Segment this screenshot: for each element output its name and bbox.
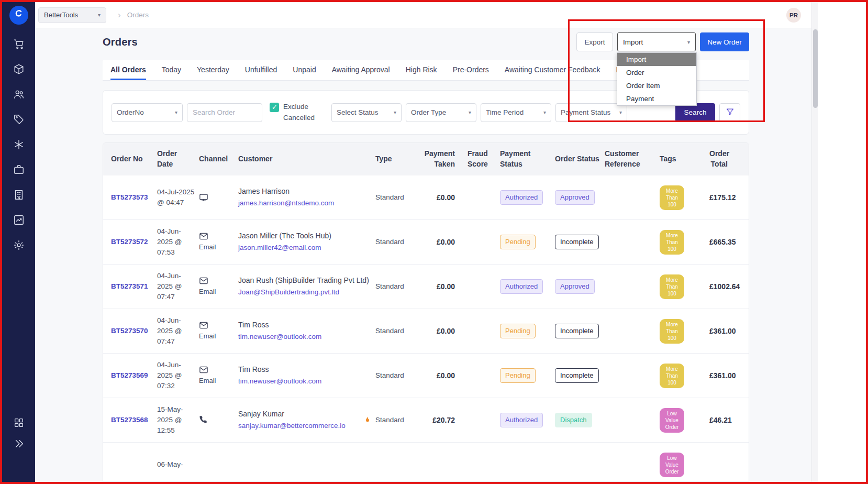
page-title: Orders [103, 36, 138, 48]
sidebar-nav [13, 39, 25, 417]
chevron-down-icon: ▾ [98, 12, 101, 18]
order-total: £1002.64 [709, 281, 749, 292]
table-row[interactable]: BT5273571 04-Jun-2025 @ 07:47 Email Joan… [103, 265, 749, 309]
order-type: Standard [375, 281, 404, 292]
customer-email-link[interactable]: jason.miller42@email.com [238, 243, 321, 252]
avatar[interactable]: PR [786, 8, 801, 23]
filter-button[interactable] [719, 103, 740, 122]
tab-awaiting-customer-feedback[interactable]: Awaiting Customer Feedback [505, 60, 600, 80]
tab-unfulfilled[interactable]: Unfulfilled [245, 60, 277, 80]
export-button[interactable]: Export [576, 32, 613, 51]
order-number-link[interactable]: BT5273571 [111, 281, 148, 292]
workspace-selector[interactable]: BetterTools ▾ [38, 7, 106, 23]
chevron-down-icon: ▾ [687, 39, 690, 45]
breadcrumb: Orders [127, 11, 149, 19]
order-type: Standard [375, 192, 404, 203]
table-row[interactable]: BT5273570 04-Jun-2025 @ 07:47 Email Tim … [103, 309, 749, 354]
table-row[interactable]: 06-May- Low Value [103, 443, 749, 482]
grid-icon [13, 417, 25, 431]
order-number-link[interactable]: BT5273569 [111, 370, 148, 381]
gear-icon [13, 239, 25, 253]
tag-badge: More Than 100 [660, 364, 684, 388]
customer-name: Joan Rush (ShipBuilder Trading Pvt Ltd) [238, 276, 371, 286]
order-type: Standard [375, 237, 404, 247]
tab-today[interactable]: Today [162, 60, 181, 80]
orders-table: Order No Order Date Channel Customer Typ… [103, 142, 749, 482]
scrollbar-thumb[interactable] [813, 29, 818, 108]
order-number-link[interactable]: BT5273570 [111, 326, 148, 336]
order-type: Standard [375, 326, 404, 336]
sidebar-expand-button[interactable] [13, 438, 25, 450]
order-number-link[interactable]: BT5273572 [111, 237, 148, 247]
tab-high-risk[interactable]: High Risk [406, 60, 437, 80]
sidebar-item-marketing[interactable] [13, 139, 25, 151]
sidebar-item-organization[interactable] [13, 190, 25, 202]
customer-email-link[interactable]: tim.newuser@outlook.com [238, 377, 321, 386]
column-header: Order Total [709, 149, 749, 169]
exclude-cancelled-option: Exclude Cancelled [270, 102, 320, 124]
sidebar-item-promotions[interactable] [13, 114, 25, 126]
order-total: £665.35 [709, 237, 749, 248]
payment-taken: £0.00 [421, 326, 468, 337]
order-status-badge: Approved [555, 279, 595, 294]
tab-awaiting-approval[interactable]: Awaiting Approval [332, 60, 390, 80]
table-header: Order No Order Date Channel Customer Typ… [103, 143, 749, 175]
column-header: Payment Taken [421, 149, 468, 169]
chevron-down-icon: ▾ [469, 109, 471, 115]
order-date: 04-Jun-2025 @ 07:47 [157, 315, 199, 347]
menu-item-order[interactable]: Order [617, 66, 696, 79]
tab-yesterday[interactable]: Yesterday [197, 60, 229, 80]
sidebar-item-settings[interactable] [13, 240, 25, 252]
orderno-field-select[interactable]: OrderNo ▾ [112, 103, 183, 122]
email-channel-icon [199, 321, 208, 330]
time-period-select[interactable]: Time Period ▾ [481, 103, 551, 122]
payment-taken: £0.00 [421, 370, 468, 381]
menu-item-order-item[interactable]: Order Item [617, 79, 696, 92]
order-type-select[interactable]: Order Type ▾ [406, 103, 476, 122]
import-select[interactable]: Import ▾ [617, 32, 696, 51]
customer-name: Tim Ross [238, 365, 371, 375]
customer-email-link[interactable]: tim.newuser@outlook.com [238, 332, 321, 342]
channel-label: Email [199, 331, 216, 342]
exclude-cancelled-checkbox[interactable] [270, 103, 279, 112]
status-select[interactable]: Select Status ▾ [331, 103, 402, 122]
column-header: Channel [199, 154, 238, 164]
screenshot-frame: BetterTools ▾ › Orders PR Orders Export … [0, 0, 868, 484]
menu-item-payment[interactable]: Payment [617, 92, 696, 105]
order-total: £175.12 [709, 192, 749, 203]
brand-logo[interactable] [9, 6, 28, 25]
filter-funnel-icon [726, 107, 735, 118]
import-select-value: Import [623, 38, 643, 46]
sidebar-item-customers[interactable] [13, 89, 25, 101]
table-row[interactable]: BT5273573 04-Jul-2025 @ 04:47 James Harr… [103, 175, 749, 220]
tab-all-orders[interactable]: All Orders [110, 60, 146, 80]
new-order-button[interactable]: New Order [700, 32, 749, 51]
customer-email-link[interactable]: Joan@ShipBuildertrading.pvt.ltd [238, 288, 339, 297]
desktop-channel-icon [199, 193, 208, 202]
table-row[interactable]: BT5273568 15-May-2025 @ 12:55 Sanjay Kum… [103, 398, 749, 443]
breadcrumb-chevron-icon: › [118, 10, 121, 20]
vertical-scrollbar[interactable] [811, 2, 818, 482]
shopping-cart-icon [13, 38, 25, 52]
sidebar-bottom [13, 417, 25, 450]
sidebar-item-reports[interactable] [13, 215, 25, 227]
table-row[interactable]: BT5273569 04-Jun-2025 @ 07:32 Email Tim … [103, 354, 749, 398]
order-number-link[interactable]: BT5273568 [111, 415, 148, 425]
chevron-down-icon: ▾ [394, 109, 396, 115]
order-date: 04-Jun-2025 @ 07:47 [157, 271, 199, 303]
menu-item-import[interactable]: Import [617, 53, 696, 66]
customer-email-link[interactable]: sanjay.kumar@bettercommerce.io [238, 421, 346, 431]
package-icon [13, 63, 25, 77]
order-number-link[interactable]: BT5273573 [111, 192, 148, 203]
order-type-select-value: Order Type [411, 108, 446, 116]
table-row[interactable]: BT5273572 04-Jun-2025 @ 07:53 Email Jaso… [103, 220, 749, 265]
search-order-input[interactable] [187, 103, 262, 122]
sidebar-item-operations[interactable] [13, 164, 25, 177]
sidebar-item-catalog[interactable] [13, 64, 25, 76]
tab-pre-orders[interactable]: Pre-Orders [453, 60, 489, 80]
customer-email-link[interactable]: james.harrison@ntsdemo.com [238, 199, 334, 208]
tab-unpaid[interactable]: Unpaid [293, 60, 316, 80]
tag-badge: More Than 100 [660, 274, 684, 299]
sidebar-item-orders[interactable] [13, 39, 25, 51]
sidebar-item-apps[interactable] [13, 417, 25, 430]
